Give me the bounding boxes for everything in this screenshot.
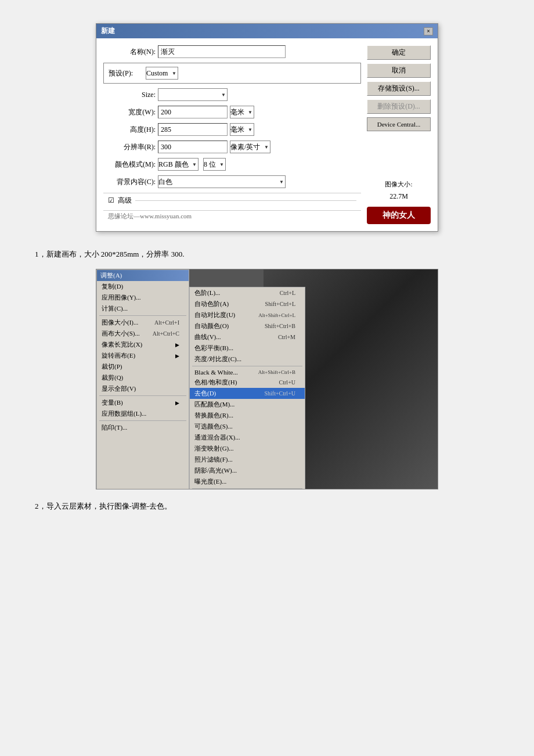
submenu-desaturate[interactable]: 去色(D)Shift+Ctrl+U: [190, 388, 305, 399]
preset-select[interactable]: Custom: [146, 67, 178, 80]
dialog-titlebar: 新建 ×: [96, 24, 438, 38]
menu-separator-2: [99, 395, 186, 396]
submenu-auto-color[interactable]: 自动颜色(O)Shift+Ctrl+B: [190, 321, 305, 332]
new-document-dialog[interactable]: 新建 × 名称(N): 预设(P): Custom Size:: [96, 23, 438, 232]
footer-watermark: 思缘论坛—www.missyuan.com: [103, 210, 361, 224]
menu-item-trim[interactable]: 裁剪(Q): [97, 372, 189, 383]
color-bit-wrapper[interactable]: 8 位: [203, 158, 226, 171]
submenu-panel: 色阶(L)...Ctrl+L 自动色阶(A)Shift+Ctrl+L 自动对比度…: [189, 287, 305, 489]
submenu-exposure[interactable]: 曝光度(E)...: [190, 476, 305, 487]
menu-item-apply-data[interactable]: 应用数据组(L)...: [97, 408, 189, 419]
submenu-sep-2: [192, 488, 302, 489]
submenu-bw[interactable]: Black & White...Alt+Shift+Ctrl+B: [190, 368, 305, 377]
image-size-value: 22.7M: [367, 192, 431, 201]
height-unit-wrapper[interactable]: 毫米: [230, 123, 254, 136]
submenu-shadow-highlight[interactable]: 阴影/高光(W)...: [190, 465, 305, 476]
menu-item-apply-image[interactable]: 应用图像(Y)...: [97, 292, 189, 303]
background-label: 背景内容(C):: [103, 177, 156, 187]
menu-item-rotate-canvas[interactable]: 旋转画布(E)▶: [97, 350, 189, 361]
instruction-2: 2，导入云层素材，执行图像-调整-去色。: [35, 501, 499, 512]
dialog-buttons: 确定 取消 存储预设(S)... 删除预设(D)... Device Centr…: [367, 45, 431, 224]
color-mode-wrapper[interactable]: RGB 颜色: [158, 158, 199, 171]
width-label: 宽度(W):: [103, 107, 156, 117]
submenu-levels[interactable]: 色阶(L)...Ctrl+L: [190, 287, 305, 298]
image-size-label: 图像大小:: [367, 180, 431, 189]
submenu-curves[interactable]: 曲线(V)...Ctrl+M: [190, 332, 305, 343]
preset-select-wrapper[interactable]: Custom: [146, 67, 178, 80]
menu-item-copy[interactable]: 复制(D): [97, 281, 189, 292]
menu-separator-1: [99, 315, 186, 316]
left-menu-panel: 调整(A) 复制(D) 应用图像(Y)... 计算(C)... 图像大小(I).…: [96, 269, 189, 489]
advanced-row[interactable]: ☑ 高级: [103, 193, 361, 208]
instruction-1: 1，新建画布，大小 200*285mm，分辨率 300.: [35, 249, 499, 260]
advanced-divider: [135, 200, 356, 201]
preset-label: 预设(P):: [109, 69, 143, 78]
watermark-badge: 神的女人: [367, 207, 431, 224]
submenu-hue-sat[interactable]: 色相/饱和度(H)Ctrl+U: [190, 377, 305, 388]
submenu-photo-filter[interactable]: 照片滤镜(F)...: [190, 454, 305, 465]
size-select[interactable]: [158, 88, 228, 101]
menus-wrapper: 调整(A) 复制(D) 应用图像(Y)... 计算(C)... 图像大小(I).…: [96, 269, 438, 489]
delete-preset-button[interactable]: 删除预设(D)...: [367, 99, 431, 114]
save-preset-button[interactable]: 存储预设(S)...: [367, 81, 431, 96]
name-row: 名称(N):: [103, 45, 361, 58]
color-mode-select[interactable]: RGB 颜色: [158, 158, 199, 171]
submenu-match-color[interactable]: 匹配颜色(M)...: [190, 399, 305, 410]
device-central-button[interactable]: Device Central...: [367, 117, 431, 131]
background-row: 背景内容(C): 白色: [103, 175, 361, 188]
menu-item-trap[interactable]: 陷印(T)...: [97, 422, 189, 433]
menu-item-crop[interactable]: 裁切(P): [97, 361, 189, 372]
color-bit-select[interactable]: 8 位: [203, 158, 226, 171]
cancel-button[interactable]: 取消: [367, 63, 431, 78]
height-row: 高度(H): 毫米: [103, 123, 361, 136]
width-unit-select[interactable]: 毫米: [230, 106, 254, 118]
height-input[interactable]: [158, 123, 228, 136]
width-input[interactable]: [158, 106, 228, 118]
size-select-wrapper[interactable]: [158, 88, 228, 101]
menu-screenshot: 调整(A) 复制(D) 应用图像(Y)... 计算(C)... 图像大小(I).…: [96, 269, 438, 489]
menu-separator-3: [99, 420, 186, 421]
menu-item-calculate[interactable]: 计算(C)...: [97, 303, 189, 314]
menu-item-variables[interactable]: 变量(B)▶: [97, 397, 189, 408]
menu-item-pixel-ratio[interactable]: 像素长宽比(X)▶: [97, 339, 189, 350]
submenu-channel-mixer[interactable]: 通道混合器(X)...: [190, 432, 305, 443]
width-row: 宽度(W): 毫米: [103, 106, 361, 118]
resolution-row: 分辨率(R): 像素/英寸: [103, 141, 361, 153]
submenu-gradient-map[interactable]: 渐变映射(G)...: [190, 443, 305, 454]
color-mode-row: 颜色模式(M): RGB 颜色 8 位: [103, 158, 361, 171]
size-label: Size:: [103, 91, 156, 99]
advanced-toggle-icon[interactable]: ☑: [108, 196, 114, 205]
submenu-sep-1: [192, 366, 302, 366]
background-wrapper[interactable]: 白色: [158, 175, 286, 188]
resolution-unit-wrapper[interactable]: 像素/英寸: [230, 141, 270, 153]
submenu-brightness[interactable]: 亮度/对比度(C)...: [190, 354, 305, 365]
height-unit-select[interactable]: 毫米: [230, 123, 254, 136]
resolution-unit-select[interactable]: 像素/英寸: [230, 141, 270, 153]
submenu-color-balance[interactable]: 色彩平衡(B)...: [190, 343, 305, 354]
preset-row: 预设(P): Custom: [103, 63, 361, 84]
dialog-body: 名称(N): 预设(P): Custom Size:: [96, 38, 438, 231]
color-mode-label: 颜色模式(M):: [103, 160, 156, 170]
submenu-selective-color[interactable]: 可选颜色(S)...: [190, 421, 305, 432]
background-select[interactable]: 白色: [158, 175, 286, 188]
menu-item-image-size[interactable]: 图像大小(I)...Alt+Ctrl+I: [97, 317, 189, 328]
menu-item-reveal-all[interactable]: 显示全部(V): [97, 383, 189, 394]
dialog-title: 新建: [101, 26, 115, 36]
submenu-auto-contrast[interactable]: 自动对比度(U)Alt+Shift+Ctrl+L: [190, 309, 305, 321]
dialog-form: 名称(N): 预设(P): Custom Size:: [103, 45, 361, 224]
resolution-label: 分辨率(R):: [103, 142, 156, 152]
width-unit-wrapper[interactable]: 毫米: [230, 106, 254, 118]
submenu-replace-color[interactable]: 替换颜色(R)...: [190, 410, 305, 421]
name-label: 名称(N):: [103, 47, 156, 57]
size-row: Size:: [103, 88, 361, 101]
advanced-label: 高级: [118, 196, 132, 206]
menu-item-canvas-size[interactable]: 画布大小(S)...Alt+Ctrl+C: [97, 328, 189, 339]
ok-button[interactable]: 确定: [367, 45, 431, 60]
left-menu-title: 调整(A): [97, 270, 189, 281]
close-button[interactable]: ×: [424, 27, 433, 35]
name-input[interactable]: [158, 45, 286, 58]
submenu-auto-levels[interactable]: 自动色阶(A)Shift+Ctrl+L: [190, 298, 305, 309]
height-label: 高度(H):: [103, 125, 156, 135]
resolution-input[interactable]: [158, 141, 228, 153]
